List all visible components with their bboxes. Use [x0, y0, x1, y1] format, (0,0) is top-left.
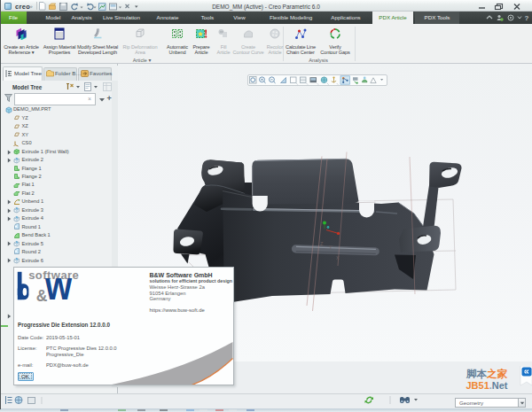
svg-text:?: ?: [525, 14, 529, 22]
svg-text:Y: Y: [329, 245, 332, 250]
svg-text:w: w: [44, 267, 72, 308]
svg-text:X: X: [336, 255, 340, 260]
